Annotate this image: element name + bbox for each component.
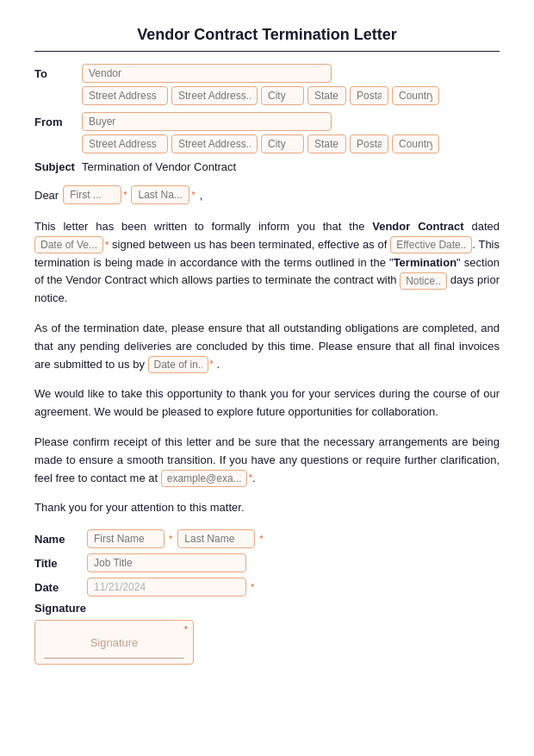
sig-label: Signature [34,602,500,615]
footer-name-row: Name * * [34,529,500,548]
dear-first-input[interactable] [63,185,121,204]
p4-text1: Please confirm receipt of this letter an… [34,435,500,484]
from-street2-input[interactable] [171,134,258,153]
p2-text1: As of the termination date, please ensur… [34,322,500,371]
p1-bold2: Termination [394,256,456,269]
dear-last-asterisk: * [191,190,195,200]
page-title: Vendor Contract Termination Letter [34,26,500,44]
divider [34,51,500,52]
footer-date-wrapper: * [87,578,254,597]
signature-section: Signature Signature * [34,602,500,665]
to-address-row [82,86,500,105]
to-postal-input[interactable] [350,86,388,105]
footer-name-label: Name [34,533,82,546]
footer-title-row: Title [34,553,500,572]
body-p3: We would like to take this opportunity t… [34,385,500,422]
sig-placeholder-text: Signature [90,636,139,649]
subject-text: Termination of Vendor Contract [82,160,236,173]
footer-date-input[interactable] [87,578,246,597]
notice-input[interactable] [400,272,447,290]
footer-section: Name * * Title Date * Signature Signatur… [34,529,500,665]
email-input[interactable] [161,470,247,487]
to-state-input[interactable] [307,86,346,105]
email-wrapper: * [161,470,252,487]
from-label: From [34,116,78,128]
to-label: To [34,67,78,80]
footer-first-asterisk: * [169,534,172,544]
p4-text2: . [252,472,256,484]
to-city-input[interactable] [261,86,304,105]
sig-asterisk: * [184,624,188,634]
from-postal-input[interactable] [350,134,388,153]
date-inv-wrapper: * [148,356,214,373]
dear-row: Dear * * , [34,185,500,204]
body-p2: As of the termination date, please ensur… [34,320,500,373]
footer-first-wrapper: * [87,529,172,548]
to-country-input[interactable] [392,86,439,105]
to-section: To [34,64,500,105]
from-city-input[interactable] [261,134,304,153]
footer-date-asterisk: * [251,582,254,592]
from-country-input[interactable] [392,134,439,153]
footer-date-label: Date [34,581,82,594]
signature-box[interactable]: Signature * [34,620,194,665]
dear-first-wrapper: * [63,185,127,204]
dear-label: Dear [34,189,59,202]
footer-last-wrapper: * [177,529,263,548]
sig-underline [44,658,184,659]
dear-last-input[interactable] [131,185,189,204]
date-ve-wrapper: * [34,236,109,253]
from-state-input[interactable] [307,134,346,153]
to-vendor-input[interactable] [82,64,332,83]
p1-text3: signed between us has been terminated, e… [109,238,390,251]
to-street2-input[interactable] [171,86,258,105]
subject-row: Subject Termination of Vendor Contract [34,160,500,173]
subject-label: Subject [34,160,75,173]
p1-text1: This letter has been written to formally… [34,220,372,233]
from-buyer-input[interactable] [82,112,332,131]
footer-date-row: Date * [34,578,500,597]
to-street1-input[interactable] [82,86,168,105]
footer-last-input[interactable] [177,529,255,548]
p1-bold1: Vendor Contract [372,220,463,233]
dear-first-asterisk: * [123,190,127,200]
dear-comma: , [200,189,203,202]
footer-last-asterisk: * [259,534,263,544]
date-inv-input[interactable] [148,356,208,373]
p1-text2: dated [464,220,500,233]
eff-date-input[interactable] [390,236,472,253]
body-p5: Thank you for your attention to this mat… [34,499,500,517]
from-section: From [34,112,500,153]
date-ve-input[interactable] [34,236,103,253]
from-street1-input[interactable] [82,134,168,153]
body-p4: Please confirm receipt of this letter an… [34,434,500,487]
eff-date-wrapper [390,236,472,253]
footer-first-input[interactable] [87,529,165,548]
body-p1: This letter has been written to formally… [34,218,500,308]
dear-last-wrapper: * [131,185,195,204]
notice-wrapper [400,272,447,290]
p2-text2: . [214,358,220,371]
from-address-row [82,134,500,153]
footer-title-input[interactable] [87,553,246,572]
footer-title-label: Title [34,557,82,570]
